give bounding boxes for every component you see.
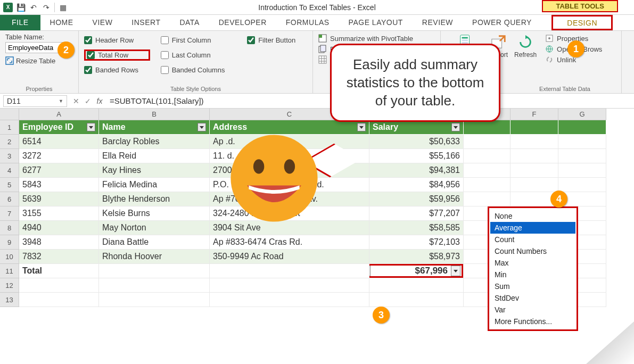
- svg-rect-0: [6, 57, 13, 64]
- fx-icon[interactable]: fx: [94, 97, 105, 105]
- dropdown-item[interactable]: StdDev: [490, 292, 575, 304]
- summarize-pivot-button[interactable]: Summarize with PivotTable: [318, 33, 435, 44]
- save-icon[interactable]: 💾: [16, 3, 26, 12]
- cell[interactable]: 6277: [19, 163, 99, 178]
- tab-file[interactable]: FILE: [0, 15, 40, 30]
- dropdown-item[interactable]: Min: [490, 269, 575, 280]
- cell[interactable]: Rhonda Hoover: [99, 250, 210, 264]
- header-cell-name[interactable]: Name: [99, 120, 210, 135]
- tab-design[interactable]: DESIGN: [551, 15, 613, 30]
- check-first-column[interactable]: First Column: [161, 36, 236, 44]
- dropdown-item[interactable]: More Functions...: [490, 316, 575, 327]
- cell[interactable]: 5843: [19, 178, 99, 192]
- cancel-formula-icon[interactable]: ✕: [70, 97, 82, 105]
- col-header[interactable]: A: [19, 109, 99, 120]
- check-banded-rows[interactable]: Banded Rows: [84, 66, 150, 74]
- dropdown-icon[interactable]: [451, 266, 460, 276]
- dropdown-item[interactable]: None: [490, 210, 575, 222]
- cell[interactable]: Diana Battle: [99, 235, 210, 250]
- cell[interactable]: $58,585: [369, 221, 464, 235]
- cell[interactable]: 3155: [19, 206, 99, 221]
- cell[interactable]: $72,103: [369, 235, 464, 250]
- total-label-cell[interactable]: Total: [19, 264, 99, 278]
- cell[interactable]: $84,956: [369, 178, 464, 192]
- redo-icon[interactable]: ↷: [42, 3, 51, 12]
- tab-home[interactable]: HOME: [40, 15, 83, 30]
- row-header[interactable]: 7: [0, 206, 19, 221]
- filter-icon[interactable]: [87, 123, 95, 131]
- filter-icon[interactable]: [197, 123, 206, 131]
- row-header[interactable]: 1: [0, 120, 19, 135]
- cell[interactable]: Felicia Medina: [99, 178, 210, 192]
- dropdown-item[interactable]: Max: [490, 257, 575, 269]
- row-header[interactable]: 6: [0, 192, 19, 206]
- tab-view[interactable]: VIEW: [83, 15, 122, 30]
- cell[interactable]: $94,381: [369, 163, 464, 178]
- header-cell-salary[interactable]: Salary: [369, 120, 464, 135]
- filter-icon[interactable]: [357, 123, 366, 131]
- tab-data[interactable]: DATA: [170, 15, 209, 30]
- tab-formulas[interactable]: FORMULAS: [276, 15, 339, 30]
- cell[interactable]: 3272: [19, 149, 99, 163]
- tab-power-query[interactable]: POWER QUERY: [463, 15, 541, 30]
- undo-icon[interactable]: ↶: [29, 3, 38, 12]
- name-box[interactable]: D11▼: [3, 95, 67, 107]
- row-header[interactable]: 4: [0, 163, 19, 178]
- dropdown-item[interactable]: Count Numbers: [490, 245, 575, 257]
- total-salary-cell[interactable]: $67,996: [369, 264, 464, 278]
- cell[interactable]: $55,166: [369, 149, 464, 163]
- row-header[interactable]: 10: [0, 250, 19, 264]
- cell[interactable]: 6514: [19, 135, 99, 149]
- cell[interactable]: Ap #833-6474 Cras Rd.: [210, 235, 369, 250]
- cell[interactable]: $77,207: [369, 206, 464, 221]
- tab-developer[interactable]: DEVELOPER: [209, 15, 276, 30]
- row-header[interactable]: 9: [0, 235, 19, 250]
- cell[interactable]: $59,956: [369, 192, 464, 206]
- select-all-corner[interactable]: [0, 109, 19, 120]
- cell[interactable]: Kay Hines: [99, 163, 210, 178]
- cell[interactable]: 350-9949 Ac Road: [210, 250, 369, 264]
- row-header[interactable]: 11: [0, 264, 19, 278]
- cell[interactable]: $58,973: [369, 250, 464, 264]
- check-last-column[interactable]: Last Column: [161, 51, 236, 59]
- tab-page-layout[interactable]: PAGE LAYOUT: [339, 15, 413, 30]
- col-header[interactable]: F: [511, 109, 558, 120]
- dropdown-item[interactable]: Var: [490, 304, 575, 316]
- dropdown-icon[interactable]: [369, 266, 370, 276]
- accept-formula-icon[interactable]: ✓: [82, 97, 94, 105]
- dropdown-item[interactable]: Count: [490, 234, 575, 245]
- check-total-row[interactable]: Total Row: [84, 49, 150, 61]
- cell[interactable]: May Norton: [99, 221, 210, 235]
- tab-insert[interactable]: INSERT: [122, 15, 170, 30]
- cell[interactable]: 3948: [19, 235, 99, 250]
- row-header[interactable]: 8: [0, 221, 19, 235]
- cell[interactable]: 7832: [19, 250, 99, 264]
- row-header[interactable]: 2: [0, 135, 19, 149]
- check-header-row[interactable]: Header Row: [84, 36, 150, 44]
- cell[interactable]: Kelsie Burns: [99, 206, 210, 221]
- row-header[interactable]: 5: [0, 178, 19, 192]
- header-cell-id[interactable]: Employee ID: [19, 120, 99, 135]
- dropdown-item[interactable]: Sum: [490, 280, 575, 292]
- row-header[interactable]: 13: [0, 293, 19, 307]
- refresh-button[interactable]: Refresh: [511, 33, 540, 60]
- cell[interactable]: Blythe Henderson: [99, 192, 210, 206]
- check-banded-columns[interactable]: Banded Columns: [161, 66, 236, 74]
- cell[interactable]: $50,633: [369, 135, 464, 149]
- col-header[interactable]: B: [99, 109, 210, 120]
- title-bar: X 💾 ↶ ↷ ▦ Introduction To Excel Tables -…: [0, 0, 634, 15]
- tab-review[interactable]: REVIEW: [413, 15, 463, 30]
- header-cell-address[interactable]: Address: [210, 120, 369, 135]
- cell[interactable]: 5639: [19, 192, 99, 206]
- cell[interactable]: 4940: [19, 221, 99, 235]
- dropdown-item[interactable]: Average: [490, 222, 575, 234]
- filter-icon[interactable]: [451, 123, 460, 131]
- aggregate-function-dropdown[interactable]: NoneAverageCountCount NumbersMaxMinSumSt…: [488, 206, 578, 331]
- check-filter-button[interactable]: Filter Button: [247, 36, 307, 44]
- touch-mode-icon[interactable]: ▦: [58, 3, 68, 12]
- cell[interactable]: Barclay Robles: [99, 135, 210, 149]
- row-header[interactable]: 12: [0, 278, 19, 293]
- cell[interactable]: Ella Reid: [99, 149, 210, 163]
- row-header[interactable]: 3: [0, 149, 19, 163]
- col-header[interactable]: G: [558, 109, 606, 120]
